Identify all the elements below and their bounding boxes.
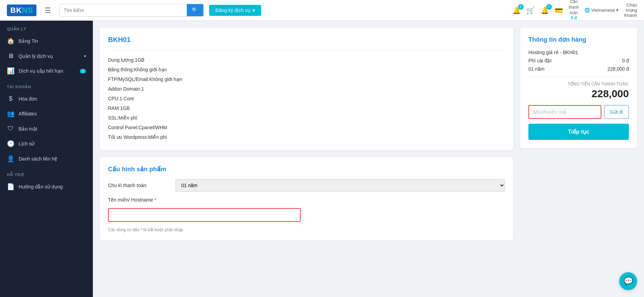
monitor-icon: 🖥 [7,52,14,60]
sidebar-item-danh-sach-lien-he[interactable]: 👤 Danh sách liên hệ [0,151,93,166]
config-card: Cấu hình sản phẩm Chu kì thanh toán: 01 … [100,157,513,240]
required-mark: * [154,197,156,203]
bell-icon[interactable]: 🔔 5 [540,6,549,14]
hostname-row: Tên miền/ Hostname * [108,197,505,222]
main-content: BKH01 Dung lượng:1GB Băng thông:Không gi… [93,21,644,297]
header: BKNS ☰ 🔍 Đăng ký dịch vụ ▾ 🔔 0 🛒 🔔 5 💳 C… [0,0,644,21]
billing-cycle-row: Chu kì thanh toán: 01 năm 02 năm 03 năm [108,179,505,192]
hostname-input[interactable] [108,208,301,222]
hamburger-button[interactable]: ☰ [42,5,54,16]
sidebar-item-quan-ly-dich-vu[interactable]: 🖥 Quản lý dịch vụ ▾ [0,49,93,63]
bell-badge: 5 [546,4,552,10]
expiry-badge: 0 [80,69,86,73]
payment-info: Cần thanh toán 0 đ [569,0,579,21]
order-duration: 01 năm 228,000 đ [528,66,629,72]
section-tai-khoan: TÀI KHOẢN [0,79,93,91]
order-panel: Thông tin đơn hàng Hosting giá rẻ - BKH0… [520,28,637,290]
language-selector[interactable]: 🌐 Vietnamese ▾ [584,8,619,13]
wallet-icon[interactable]: 💳 [555,6,563,14]
register-service-button[interactable]: Đăng ký dịch vụ ▾ [209,5,261,16]
layout: QUẢN LÝ 🏠 Bảng Tin 🖥 Quản lý dịch vụ ▾ 📊… [0,21,644,297]
order-product-name: Hosting giá rẻ - BKH01 [528,50,629,55]
content-area: BKH01 Dung lượng:1GB Băng thông:Không gi… [100,28,513,290]
logo: BKNS [7,4,36,16]
send-promo-button[interactable]: Gửi đi [604,105,629,119]
clock-icon: 🕐 [7,140,14,147]
sidebar-item-hoa-don[interactable]: $ Hóa đơn [0,91,93,106]
promo-input[interactable] [528,105,601,119]
dollar-icon: $ [7,95,14,102]
form-note: Các dòng có dấu * là bắt buộc phải nhập [108,227,505,232]
sidebar: QUẢN LÝ 🏠 Bảng Tin 🖥 Quản lý dịch vụ ▾ 📊… [0,21,93,297]
greeting: Chào mừng Khánh [624,2,637,18]
sidebar-item-bao-mat[interactable]: 🛡 Bảo mật [0,121,93,136]
billing-cycle-select[interactable]: 01 năm 02 năm 03 năm [175,179,505,192]
chart-icon: 📊 [7,67,14,75]
product-title: BKH01 [108,36,505,44]
chevron-down-icon: ▾ [84,54,86,59]
billing-cycle-label: Chu kì thanh toán: [108,183,170,188]
product-info-card: BKH01 Dung lượng:1GB Băng thông:Không gi… [100,28,513,150]
shield-icon: 🛡 [7,125,14,132]
product-specs: Dung lượng:1GB Băng thông:Không giới hạn… [108,55,505,142]
sidebar-item-huong-dan-su-dung[interactable]: 📄 Hướng dẫn sử dụng [0,179,93,194]
section-ho-tro: HỖ TRỢ [0,166,93,179]
person-add-icon: 👥 [7,110,14,117]
order-total-amount: 228,000 [528,88,629,100]
globe-icon: 🌐 [584,8,590,13]
notifications-icon[interactable]: 🔔 0 [512,6,521,14]
order-title: Thông tin đơn hàng [528,36,629,43]
chat-bubble[interactable]: 💬 [619,272,637,290]
document-icon: 📄 [7,183,14,191]
search-input[interactable] [60,4,187,16]
search-form: 🔍 [59,4,204,17]
sidebar-item-lich-su[interactable]: 🕐 Lịch sử [0,136,93,151]
chevron-down-icon: ▾ [616,8,619,13]
notification-badge: 0 [518,4,524,10]
section-quan-ly: QUẢN LÝ [0,21,93,33]
sidebar-item-dich-vu-sap-het-han[interactable]: 📊 Dịch vụ sắp hết hạn 0 [0,63,93,79]
order-install-fee: Phí cài đặt 0 đ [528,58,629,63]
sidebar-item-affiliates[interactable]: 👥 Affiliates [0,106,93,121]
order-total-label: TỔNG TIỀN CẦN THANH TOÁN: [528,82,629,86]
chevron-down-icon: ▾ [253,8,255,13]
config-title: Cấu hình sản phẩm [108,165,505,173]
order-card: Thông tin đơn hàng Hosting giá rẻ - BKH0… [520,28,637,148]
promo-row: Gửi đi [528,105,629,119]
order-divider [528,76,629,77]
hostname-label: Tên miền/ Hostname * [108,197,170,203]
header-icons: 🔔 0 🛒 🔔 5 💳 Cần thanh toán 0 đ 🌐 Vietnam… [512,0,637,21]
home-icon: 🏠 [7,37,14,45]
contact-icon: 👤 [7,155,14,163]
sidebar-item-bang-tin[interactable]: 🏠 Bảng Tin [0,33,93,49]
continue-button[interactable]: Tiếp tục [528,124,629,140]
search-button[interactable]: 🔍 [187,4,203,16]
cart-icon[interactable]: 🛒 [526,6,535,14]
